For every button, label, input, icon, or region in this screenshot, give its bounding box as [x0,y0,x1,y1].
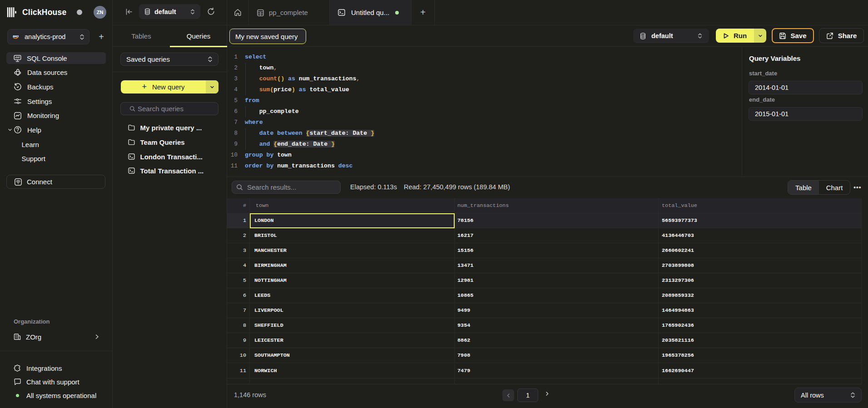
svg-text:aws: aws [13,34,19,38]
